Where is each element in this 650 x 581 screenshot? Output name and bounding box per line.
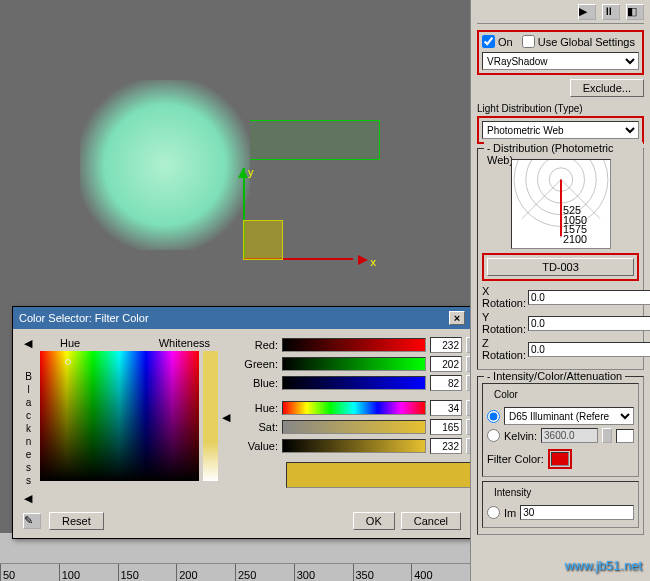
sat-label: Sat: [238, 421, 278, 433]
blue-input[interactable] [430, 375, 462, 391]
color-marker[interactable] [65, 359, 71, 365]
hue-label: Hue [60, 337, 80, 349]
blue-label: Blue: [238, 377, 278, 389]
d65-select[interactable]: D65 Illuminant (Refere [504, 407, 634, 425]
hue-field-label: Hue: [238, 402, 278, 414]
dist-label: Light Distribution (Type) [477, 103, 644, 114]
gizmo-plane-xy[interactable] [243, 220, 283, 260]
dialog-titlebar[interactable]: Color Selector: Filter Color × [13, 307, 471, 329]
tick: 100 [59, 564, 118, 581]
move-gizmo[interactable]: x y [238, 168, 368, 278]
play-icon[interactable]: ▶ [578, 4, 596, 20]
web-group: - Distribution (Photometric Web) 5251050… [477, 148, 644, 370]
im-label: Im [504, 507, 516, 519]
web-file-button[interactable]: TD-003 [487, 258, 634, 276]
tick: 350 [353, 564, 412, 581]
hue-slider[interactable] [282, 401, 426, 415]
tick: 150 [118, 564, 177, 581]
dist-highlight: Photometric Web [477, 116, 644, 144]
hue-input[interactable] [430, 400, 462, 416]
kelvin-swatch[interactable] [616, 429, 634, 443]
ok-button[interactable]: OK [353, 512, 395, 530]
kelvin-input [541, 428, 598, 443]
ica-group: - Intensity/Color/Attenuation Color D65 … [477, 376, 644, 535]
web-file-highlight: TD-003 [482, 253, 639, 281]
tick: 300 [294, 564, 353, 581]
cancel-button[interactable]: Cancel [401, 512, 461, 530]
pause-icon[interactable]: ⏸ [602, 4, 620, 20]
blue-slider[interactable] [282, 376, 426, 390]
xrot-label: X Rotation: [482, 285, 526, 309]
close-button[interactable]: × [449, 311, 465, 325]
zrot-label: Z Rotation: [482, 337, 526, 361]
kelvin-label: Kelvin: [504, 430, 537, 442]
whiteness-tri: ◀ [222, 411, 230, 421]
reset-button[interactable]: Reset [49, 512, 104, 530]
axis-y-label: y [248, 166, 254, 178]
command-panel: ▶ ⏸ ◧ On Use Global Settings VRayShadow … [470, 0, 650, 581]
tick: 50 [0, 564, 59, 581]
tick: 200 [176, 564, 235, 581]
whiteness-label: Whiteness [159, 337, 210, 349]
panel-icon[interactable]: ◧ [626, 4, 644, 20]
im-input[interactable] [520, 505, 634, 520]
watermark: www.jb51.net [565, 558, 642, 573]
mesh-object[interactable] [80, 80, 250, 250]
tick: 400 [411, 564, 470, 581]
photometric-web-preview[interactable]: 525105015752100 [511, 159, 611, 249]
color-subheader: Color [491, 389, 521, 400]
value-label: Value: [238, 440, 278, 452]
on-checkbox[interactable] [482, 35, 495, 48]
shadow-type-select[interactable]: VRayShadow [482, 52, 639, 70]
yrot-input[interactable] [528, 316, 650, 331]
filter-label: Filter Color: [487, 453, 544, 465]
red-input[interactable] [430, 337, 462, 353]
blackness-label: Blackness [23, 351, 34, 488]
color-gradient[interactable] [40, 351, 199, 481]
sat-input[interactable] [430, 419, 462, 435]
axis-x-label: x [371, 256, 377, 268]
on-label: On [498, 36, 513, 48]
color-swatch[interactable] [286, 462, 476, 488]
sat-slider[interactable] [282, 420, 426, 434]
green-slider[interactable] [282, 357, 426, 371]
green-label: Green: [238, 358, 278, 370]
zrot-input[interactable] [528, 342, 650, 357]
global-checkbox[interactable] [522, 35, 535, 48]
value-slider[interactable] [282, 439, 426, 453]
kelvin-spinner[interactable] [602, 428, 612, 443]
im-radio[interactable] [487, 506, 500, 519]
yrot-label: Y Rotation: [482, 311, 526, 335]
exclude-button[interactable]: Exclude... [570, 79, 644, 97]
kelvin-radio[interactable] [487, 429, 500, 442]
arrow-y-icon [238, 168, 248, 178]
xrot-input[interactable] [528, 290, 650, 305]
shadows-highlight: On Use Global Settings VRayShadow [477, 30, 644, 75]
timeline-ruler[interactable]: 50 100 150 200 250 300 350 400 [0, 563, 470, 581]
color-selector-dialog: Color Selector: Filter Color × ◀ Blackne… [12, 306, 472, 539]
tick: 250 [235, 564, 294, 581]
blackness-tri-bot: ◀ [24, 492, 34, 502]
arrow-x-icon [358, 255, 368, 265]
green-input[interactable] [430, 356, 462, 372]
intensity-subheader: Intensity [491, 487, 534, 498]
value-input[interactable] [430, 438, 462, 454]
red-label: Red: [238, 339, 278, 351]
ica-header: - Intensity/Color/Attenuation [484, 370, 625, 382]
dialog-title: Color Selector: Filter Color [19, 312, 149, 324]
whiteness-bar[interactable] [203, 351, 218, 481]
global-label: Use Global Settings [538, 36, 635, 48]
svg-text:2100: 2100 [562, 233, 586, 245]
svg-line-5 [521, 180, 560, 219]
dist-select[interactable]: Photometric Web [482, 121, 639, 139]
filter-color-swatch[interactable] [551, 452, 569, 466]
red-slider[interactable] [282, 338, 426, 352]
eyedropper-icon[interactable]: ✎ [23, 513, 41, 529]
d65-radio[interactable] [487, 410, 500, 423]
blackness-tri-top: ◀ [24, 337, 34, 347]
